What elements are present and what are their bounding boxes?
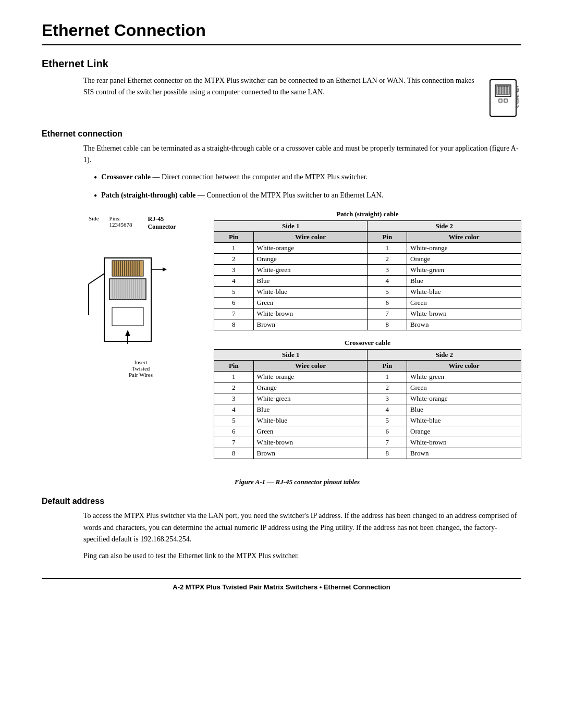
table-row: 7 White-brown 7 White-brown [214, 309, 521, 319]
pin-cell: 1 [368, 372, 407, 382]
wire-cell: White-brown [407, 309, 521, 319]
page-footer: A-2 MTPX Plus Twisted Pair Matrix Switch… [42, 578, 521, 591]
ethernet-link-section: Ethernet Link The rear panel Ethernet co… [42, 58, 521, 119]
crossover-side2-header: Side 2 [368, 350, 521, 361]
default-address-para2: Ping can also be used to test the Ethern… [83, 550, 521, 562]
wire-cell: White-orange [253, 372, 368, 382]
pin-cell: 7 [368, 309, 407, 319]
table-row: 2 Orange 2 Orange [214, 254, 521, 265]
patch-table-section: Patch (straight) cable Side 1 Side 2 Pin… [214, 210, 521, 330]
wire-cell: White-orange [407, 393, 521, 404]
pin-cell: 3 [214, 265, 254, 276]
crossover-table: Side 1 Side 2 Pin Wire color Pin Wire co… [214, 349, 521, 459]
pins-label-text: Pins:12345678 [109, 215, 132, 231]
pin-cell: 1 [368, 243, 407, 254]
table-row: 8 Brown 8 Brown [214, 319, 521, 330]
wire-cell: White-blue [407, 415, 521, 426]
svg-rect-48 [112, 307, 143, 326]
table-row: 1 White-orange 1 White-orange [214, 243, 521, 254]
crossover-pin2-col: Pin [368, 361, 407, 372]
pin-cell: 8 [368, 319, 407, 330]
default-address-heading: Default address [42, 497, 521, 506]
pin-cell: 5 [214, 287, 254, 298]
pin-cell: 7 [214, 437, 254, 448]
wire-cell: White-blue [253, 287, 368, 298]
bullet-dot-2: • [94, 190, 97, 203]
pin-cell: 5 [368, 287, 407, 298]
pin-cell: 1 [214, 372, 254, 382]
wire-cell: Orange [407, 426, 521, 437]
pin-cell: 4 [214, 276, 254, 287]
bullet-patch-content: Patch (straight-through) cable — Connect… [101, 190, 521, 203]
pin-cell: 2 [368, 382, 407, 393]
patch-rest: — Connection of the MTPX Plus switcher t… [195, 191, 383, 199]
table-row: 5 White-blue 5 White-blue [214, 415, 521, 426]
crossover-side1-header: Side 1 [214, 350, 368, 361]
crossover-pin1-col: Pin [214, 361, 254, 372]
table-row: 5 White-blue 5 White-blue [214, 287, 521, 298]
footer-text: A-2 MTPX Plus Twisted Pair Matrix Switch… [173, 583, 390, 591]
pin-cell: 3 [368, 393, 407, 404]
table-row: 8 Brown 8 Brown [214, 448, 521, 459]
wire-cell: Orange [253, 382, 368, 393]
table-row: 1 White-orange 1 White-green [214, 372, 521, 382]
wire-cell: White-brown [407, 437, 521, 448]
svg-rect-32 [109, 279, 146, 300]
crossover-bold: Crossover cable [101, 173, 151, 181]
table-row: 4 Blue 4 Blue [214, 404, 521, 415]
diagram-tables-row: Side Pins:12345678 RJ-45 Connector [73, 210, 521, 467]
bullet-dot-1: • [94, 171, 97, 184]
patch-wire2-col: Wire color [407, 232, 521, 243]
pin-cell: 6 [368, 426, 407, 437]
svg-rect-13 [504, 99, 507, 102]
crossover-cable-label: Crossover cable [214, 339, 521, 347]
wire-cell: Blue [253, 276, 368, 287]
table-row: 7 White-brown 7 White-brown [214, 437, 521, 448]
pin-cell: 1 [214, 243, 254, 254]
ethernet-port-icon: ETHERNET LINK AC [485, 75, 521, 119]
table-row: 4 Blue 4 Blue [214, 276, 521, 287]
crossover-wire1-col: Wire color [253, 361, 368, 372]
wire-cell: White-brown [253, 437, 368, 448]
pin-cell: 7 [214, 309, 254, 319]
wire-cell: Brown [407, 448, 521, 459]
wire-cell: Orange [253, 254, 368, 265]
ethernet-connection-heading: Ethernet connection [42, 129, 521, 139]
pin-cell: 4 [214, 404, 254, 415]
wire-cell: Brown [407, 319, 521, 330]
wire-cell: White-green [253, 393, 368, 404]
svg-rect-12 [499, 99, 502, 102]
wire-cell: White-orange [253, 243, 368, 254]
wire-cell: Brown [253, 319, 368, 330]
wire-cell: Green [253, 298, 368, 309]
ethernet-connection-body: The Ethernet cable can be terminated as … [83, 143, 521, 166]
svg-marker-52 [163, 267, 167, 272]
pin-cell: 5 [214, 415, 254, 426]
tables-area: Patch (straight) cable Side 1 Side 2 Pin… [214, 210, 521, 467]
wire-cell: White-blue [407, 287, 521, 298]
ethernet-link-heading: Ethernet Link [42, 58, 521, 70]
wire-cell: Brown [253, 448, 368, 459]
wire-cell: Blue [407, 404, 521, 415]
pin-cell: 8 [214, 448, 254, 459]
pin-cell: 8 [214, 319, 254, 330]
patch-wire1-col: Wire color [253, 232, 368, 243]
rj45-label: RJ-45 Connector [148, 215, 176, 231]
wire-cell: White-blue [253, 415, 368, 426]
wire-cell: Orange [407, 254, 521, 265]
wire-cell: White-green [407, 372, 521, 382]
pin-cell: 4 [368, 276, 407, 287]
wire-cell: White-green [253, 265, 368, 276]
pin-cell: 5 [368, 415, 407, 426]
pin-cell: 7 [368, 437, 407, 448]
wire-cell: Green [407, 382, 521, 393]
pin-cell: 4 [368, 404, 407, 415]
bullet-patch: • Patch (straight-through) cable — Conne… [94, 190, 521, 203]
crossover-rest: — Direct connection between the computer… [151, 173, 368, 181]
wire-cell: White-green [407, 265, 521, 276]
pin-cell: 6 [214, 298, 254, 309]
svg-text:LINK  AC: LINK AC [517, 98, 519, 108]
rj45-connector-svg [73, 232, 188, 378]
patch-pin2-col: Pin [368, 232, 407, 243]
table-row: 6 Green 6 Orange [214, 426, 521, 437]
